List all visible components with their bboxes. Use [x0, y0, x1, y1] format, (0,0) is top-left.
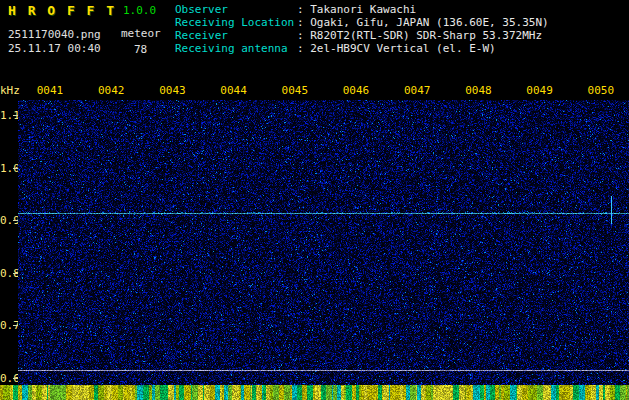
info-value-observer: : Takanori Kawachi [297, 3, 416, 16]
time-label: 0042 [97, 84, 125, 97]
info-label-observer: Observer [175, 3, 297, 16]
time-label: 0045 [281, 84, 309, 97]
time-label: 0050 [587, 84, 615, 97]
time-label: 0046 [342, 84, 370, 97]
echo-count: 78 [134, 43, 147, 56]
app-title: H R O F F T [8, 3, 116, 18]
info-label-receiver: Receiver [175, 29, 297, 42]
time-label: 0044 [220, 84, 248, 97]
station-info-block: Observer : Takanori Kawachi Receiving Lo… [175, 3, 549, 55]
app-version: 1.0.0 [123, 4, 156, 17]
info-row-location: Receiving Location : Ogaki, Gifu, JAPAN … [175, 16, 549, 29]
info-value-antenna: : 2el-HB9CV Vertical (el. E-W) [297, 42, 496, 55]
info-row-observer: Observer : Takanori Kawachi [175, 3, 549, 16]
info-label-antenna: Receiving antenna [175, 42, 297, 55]
info-row-antenna: Receiving antenna : 2el-HB9CV Vertical (… [175, 42, 549, 55]
time-label: 0043 [158, 84, 186, 97]
info-label-location: Receiving Location [175, 16, 297, 29]
freq-axis: 1.11.00.90.80.70.6 [0, 0, 18, 400]
signal-level-bar-canvas [0, 385, 629, 400]
info-row-receiver: Receiver : R820T2(RTL-SDR) SDR-Sharp 53.… [175, 29, 549, 42]
time-label: 0049 [526, 84, 554, 97]
observation-mode-label: meteor [121, 27, 161, 40]
spectrogram-canvas [18, 100, 629, 385]
hrofft-output-screen: H R O F F T 1.0.0 2511170040.png meteor … [0, 0, 629, 400]
time-label: 0047 [403, 84, 431, 97]
observation-datetime: 25.11.17 00:40 [8, 42, 101, 55]
info-value-location: : Ogaki, Gifu, JAPAN (136.60E, 35.35N) [297, 16, 549, 29]
time-label: 0041 [36, 84, 64, 97]
info-value-receiver: : R820T2(RTL-SDR) SDR-Sharp 53.372MHz [297, 29, 542, 42]
output-filename: 2511170040.png [8, 28, 101, 41]
time-label: 0048 [464, 84, 492, 97]
